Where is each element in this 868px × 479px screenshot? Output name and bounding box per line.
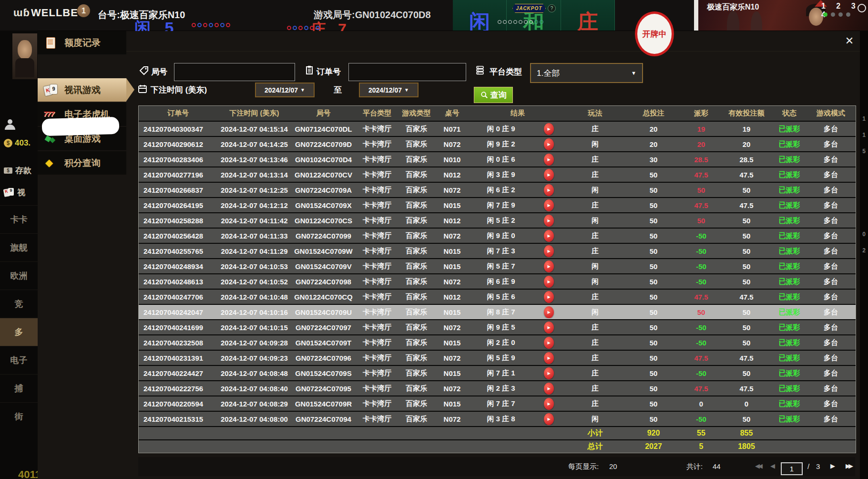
hall-nav-item: 捕 [0,374,38,402]
replay-play-button[interactable] [544,413,554,425]
replay-play-button[interactable] [544,276,554,288]
table-row[interactable]: 241207040283406 2024-12-07 04:13:46 GN01… [139,152,856,167]
table-row[interactable]: 241207040264195 2024-12-07 04:12:12 GN01… [139,198,856,212]
modal-tab[interactable]: 视讯游戏 [38,78,126,102]
table-row[interactable]: 241207040248934 2024-12-07 04:10:53 GN01… [139,259,856,273]
jackpot-help-icon[interactable]: ? [548,4,556,12]
last-page-icon[interactable]: ▶▶ [846,462,851,469]
cell-replay [532,215,565,227]
cell-order-id: 241207040264195 [139,201,217,209]
replay-play-button[interactable] [544,169,554,181]
date-from-picker[interactable]: 2024/12/07▼ [255,83,315,97]
replay-play-button[interactable] [544,337,554,349]
cell-valid-bet: 47.5 [720,171,773,179]
cell-payout: 50 [682,217,720,225]
replay-play-button[interactable] [544,322,554,333]
table-row[interactable]: 241207040215315 2024-12-07 04:08:00 GN07… [139,412,856,426]
table-row[interactable]: 241207040220594 2024-12-07 04:08:29 GN01… [139,396,856,411]
table-row[interactable]: 241207040247706 2024-12-07 04:10:48 GN01… [139,290,856,304]
close-icon[interactable]: ✕ [842,34,857,48]
cell-play-type: 庄 [565,170,625,179]
table-row[interactable]: 241207040224427 2024-12-07 04:08:48 GN01… [139,366,856,380]
order-filter-input[interactable] [348,63,466,81]
table-row[interactable]: 241207040300347 2024-12-07 04:15:14 GN07… [139,122,856,136]
cell-total-bet: 50 [625,278,682,286]
cell-game-mode: 多台 [806,323,856,332]
prev-page-icon[interactable]: ◀ [770,462,775,469]
cell-platform: 卡卡湾厅 [356,216,398,225]
replay-play-button[interactable] [544,383,554,395]
cell-result: 闲 5 庄 6 [470,292,532,302]
table-row[interactable]: 241207040255765 2024-12-07 04:11:29 GN01… [139,244,856,258]
table-row[interactable]: 241207040258288 2024-12-07 04:11:42 GN01… [139,213,856,228]
cell-game-mode: 多台 [806,399,856,408]
cell-round-id: GN01224C070CS [291,217,356,225]
replay-play-button[interactable] [544,260,554,272]
replay-play-button[interactable] [544,123,554,135]
table-row[interactable]: 241207040266837 2024-12-07 04:12:25 GN07… [139,183,856,197]
replay-play-button[interactable] [544,245,554,257]
replay-play-button[interactable] [544,199,554,211]
replay-play-button[interactable] [544,230,554,242]
cell-valid-bet: 20 [720,140,773,148]
cell-table-no: N072 [434,415,470,423]
table-footer: 每页显示: 20 共计: 44 ◀◀ ◀ 1 / 3 ▶ ▶▶ [138,457,855,476]
edge-digit: 0 [860,231,868,247]
replay-play-button[interactable] [544,367,554,379]
round-filter-input[interactable] [174,63,295,81]
table-row[interactable]: 241207040256428 2024-12-07 04:11:33 GN07… [139,229,856,243]
replay-play-button[interactable] [544,215,554,227]
cell-table-no: N072 [434,232,470,240]
cell-platform: 卡卡湾厅 [356,262,398,271]
table-row[interactable]: 241207040232508 2024-12-07 04:09:28 GN01… [139,335,856,350]
cell-game-type: 百家乐 [398,292,434,302]
search-button[interactable]: 查询 [474,87,513,103]
page-number-input[interactable]: 1 [781,462,803,475]
cell-table-no: N072 [434,278,470,286]
cell-bet-time: 2024-12-07 04:10:15 [217,323,291,332]
cell-valid-bet: 50 [720,339,773,347]
bet-records-table: 订单号下注时间 (美东)局号平台类型游戏类型桌号结果玩法总投注派彩有效投注额状态… [138,105,856,453]
cell-status: 已派彩 [773,201,806,210]
replay-play-button[interactable] [544,138,554,150]
background-sidebar: $ 403. $ 存款 视 卡卡旗舰欧洲竞多电子捕街 [0,31,38,479]
replay-play-button[interactable] [544,306,554,318]
cell-payout: 47.5 [682,293,720,301]
cell-bet-time: 2024-12-07 04:12:12 [217,201,291,209]
cell-bet-time: 2024-12-07 04:09:28 [217,339,291,347]
bet-zone-player[interactable]: 闲 [453,0,507,31]
replay-play-button[interactable] [544,154,554,166]
cell-platform: 卡卡湾厅 [356,231,398,240]
money-bag-icon: $ [4,139,12,147]
modal-tab[interactable]: 积分查询 [38,151,126,175]
platform-select[interactable]: 1.全部 ▼ [530,63,643,83]
replay-play-button[interactable] [544,398,554,410]
wellbet-logo: ɯɓWELLBET [13,7,85,19]
table-header-cell: 玩法 [565,109,625,118]
replay-play-button[interactable] [544,291,554,303]
date-to-picker[interactable]: 2024/12/07▼ [359,83,419,97]
cell-platform: 卡卡湾厅 [356,140,398,149]
replay-play-button[interactable] [544,352,554,364]
bet-zone-banker[interactable]: 庄 [561,0,615,31]
camera-select-dots[interactable] [823,12,850,17]
modal-tab[interactable]: 额度记录 [38,31,126,54]
next-page-icon[interactable]: ▶ [830,462,835,469]
bet-records-modal: 下注记录 ✕ 视讯游戏 电子老虎机 桌面游戏 积分查询 额度记录 [38,31,860,479]
table-row[interactable]: 241207040248613 2024-12-07 04:10:52 GN07… [139,274,856,289]
cell-table-no: N072 [434,385,470,393]
cell-order-id: 241207040300347 [139,125,217,133]
table-row[interactable]: 241207040222756 2024-12-07 04:08:40 GN07… [139,381,856,396]
cell-play-type: 庄 [565,292,625,302]
table-row[interactable]: 241207040290612 2024-12-07 04:14:25 GN07… [139,137,856,151]
table-row[interactable]: 241207040241699 2024-12-07 04:10:15 GN07… [139,320,856,334]
table-row[interactable]: 241207040231391 2024-12-07 04:09:23 GN07… [139,351,856,365]
table-row[interactable]: 241207040242047 2024-12-07 04:10:16 GN01… [139,305,856,319]
first-page-icon[interactable]: ◀◀ [755,462,761,469]
cell-platform: 卡卡湾厅 [356,338,398,347]
cell-status: 已派彩 [773,354,806,363]
cell-result: 闲 3 庄 8 [470,415,532,424]
table-row[interactable]: 241207040277196 2024-12-07 04:13:14 GN01… [139,167,856,182]
cell-valid-bet: 50 [720,217,773,225]
replay-play-button[interactable] [544,184,554,196]
